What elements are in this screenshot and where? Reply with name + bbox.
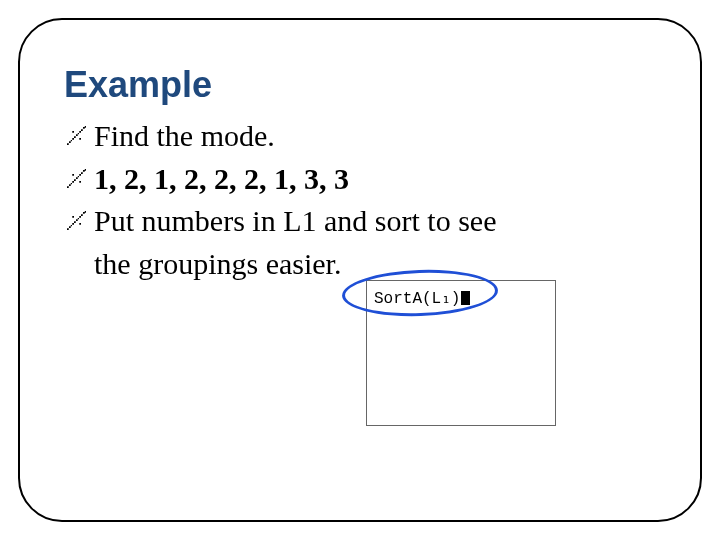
- bullet-text: the groupings easier.: [94, 247, 341, 280]
- slide-frame: Example ⸓ Find the mode. ⸓ 1, 2, 1, 2, 2…: [18, 18, 702, 522]
- bullet-mark-icon: ⸓: [64, 159, 91, 198]
- bullet-mark-icon: ⸓: [64, 201, 91, 240]
- bullet-mark-icon: ⸓: [64, 116, 91, 155]
- slide-title: Example: [64, 64, 656, 106]
- bullet-text: 1, 2, 1, 2, 2, 2, 1, 3, 3: [94, 162, 349, 195]
- bullet-text: Find the mode.: [94, 119, 275, 152]
- slide-content: Example ⸓ Find the mode. ⸓ 1, 2, 1, 2, 2…: [64, 64, 656, 286]
- bullet-item: ⸓ Put numbers in L1 and sort to see: [64, 201, 656, 242]
- bullet-text: Put numbers in L1 and sort to see: [94, 204, 496, 237]
- bullet-list: ⸓ Find the mode. ⸓ 1, 2, 1, 2, 2, 2, 1, …: [64, 116, 656, 284]
- bullet-item: ⸓ Find the mode.: [64, 116, 656, 157]
- bullet-item: the groupings easier.: [64, 244, 656, 285]
- bullet-item: ⸓ 1, 2, 1, 2, 2, 2, 1, 3, 3: [64, 159, 656, 200]
